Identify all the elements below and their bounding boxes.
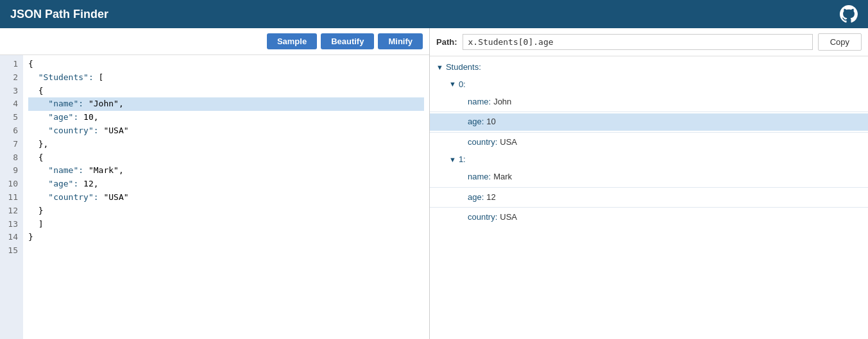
tree-key: country:	[468, 136, 497, 149]
tree-key: name:	[468, 95, 491, 109]
toolbar: Sample Beautify Minify	[0, 28, 429, 55]
tree-row[interactable]: name:John	[430, 94, 868, 111]
copy-button[interactable]: Copy	[818, 33, 862, 51]
tree-row[interactable]: ▼Students:	[430, 59, 868, 76]
tree-row[interactable]: ▼1:	[430, 151, 868, 169]
tree-divider	[430, 112, 868, 112]
line-numbers: 123456789101112131415	[0, 55, 23, 339]
tree-panel: Path: Copy ▼Students:▼0:name:Johnage:10c…	[430, 28, 868, 339]
tree-arrow-icon: ▼	[449, 154, 456, 166]
tree-key: 1:	[459, 153, 466, 167]
tree-arrow-icon: ▼	[449, 79, 456, 90]
minify-button[interactable]: Minify	[378, 33, 423, 49]
tree-value: John	[493, 95, 511, 109]
tree-value: USA	[500, 211, 517, 224]
tree-divider	[430, 207, 868, 208]
sample-button[interactable]: Sample	[267, 33, 317, 49]
tree-key: name:	[468, 170, 491, 184]
tree-key: country:	[468, 211, 497, 224]
tree-divider	[430, 187, 868, 188]
tree-row[interactable]: age:12	[430, 189, 868, 206]
editor-panel: Sample Beautify Minify 12345678910111213…	[0, 28, 430, 339]
app-title: JSON Path Finder	[10, 8, 108, 21]
tree-value: Mark	[493, 170, 512, 184]
tree-key: age:	[468, 191, 484, 204]
tree-row[interactable]: ▼0:	[430, 76, 868, 94]
tree-arrow-icon: ▼	[436, 62, 443, 74]
tree-key: 0:	[459, 78, 466, 92]
tree-value: 10	[486, 115, 495, 129]
tree-value: 12	[486, 191, 495, 204]
beautify-button[interactable]: Beautify	[321, 33, 374, 49]
tree-content: ▼Students:▼0:name:Johnage:10country:USA▼…	[430, 56, 868, 339]
code-content[interactable]: { "Students": [ { "name": "John", "age":…	[23, 55, 429, 339]
tree-value: USA	[500, 136, 517, 149]
tree-row[interactable]: name:Mark	[430, 169, 868, 186]
path-input[interactable]	[463, 34, 813, 50]
path-bar: Path: Copy	[430, 28, 868, 56]
tree-divider	[430, 132, 868, 133]
main-layout: Sample Beautify Minify 12345678910111213…	[0, 28, 868, 339]
path-label: Path:	[436, 37, 457, 47]
tree-key: Students:	[446, 61, 481, 74]
tree-key: age:	[468, 115, 484, 129]
tree-row[interactable]: age:10	[430, 113, 868, 131]
app-header: JSON Path Finder	[0, 0, 868, 28]
github-icon[interactable]	[840, 5, 858, 23]
code-editor[interactable]: 123456789101112131415 { "Students": [ { …	[0, 55, 429, 339]
tree-row[interactable]: country:USA	[430, 134, 868, 151]
tree-row[interactable]: country:USA	[430, 209, 868, 226]
